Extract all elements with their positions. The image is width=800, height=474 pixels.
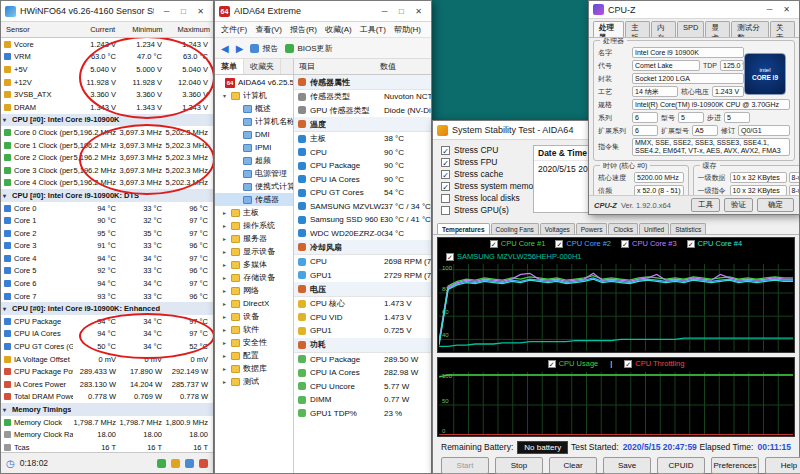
- close-icon[interactable]: ✕: [192, 4, 209, 19]
- hwinfo-sensor-row[interactable]: Core 694 °C34 °C97 °C: [1, 277, 213, 290]
- tab-clocks[interactable]: Clocks: [608, 223, 638, 234]
- logging-icon[interactable]: [157, 459, 166, 468]
- back-icon[interactable]: ◀: [221, 43, 229, 54]
- tree-item-4[interactable]: DMI: [215, 128, 293, 141]
- tree-expander-icon[interactable]: ▸: [223, 378, 231, 385]
- bios-update-button[interactable]: BIOS更新: [285, 43, 332, 54]
- tree-expander-icon[interactable]: ▾: [223, 92, 231, 99]
- sensor-grid-row[interactable]: SAMSUNG MZVLW256HEHP-000H137 °C / 34 °C: [294, 200, 431, 214]
- sensor-grid-row[interactable]: CPU90 °C: [294, 146, 431, 160]
- tab-voltages[interactable]: Voltages: [540, 223, 575, 234]
- sensor-grid-row[interactable]: CPU 核心1.473 V: [294, 297, 431, 311]
- cpuz-tab-4[interactable]: 显卡: [705, 21, 730, 37]
- hwinfo-sensor-row[interactable]: Memory Clock1,798.7 MHz1,798.7 MHz1,800.…: [1, 416, 213, 429]
- sensor-section-header[interactable]: 功耗: [294, 338, 431, 353]
- clear-button[interactable]: Clear: [549, 457, 597, 474]
- stop-button[interactable]: Stop: [495, 457, 543, 474]
- tab-statistics[interactable]: Statistics: [670, 223, 706, 234]
- tree-item-10[interactable]: ▸主板: [215, 206, 293, 219]
- sensor-grid-row[interactable]: GPU12729 RPM (73%): [294, 269, 431, 283]
- sensor-grid-row[interactable]: 主板38 °C: [294, 132, 431, 146]
- menu-item-2[interactable]: 报告(R): [290, 24, 317, 35]
- collapse-arrow-icon[interactable]: ▾: [3, 305, 12, 312]
- tree-item-12[interactable]: ▸服务器: [215, 232, 293, 245]
- tree-expander-icon[interactable]: ▸: [223, 287, 231, 294]
- hwinfo-sensor-row[interactable]: +12V11.928 V11.928 V12.040 V: [1, 76, 213, 89]
- checkbox-icon[interactable]: ✓: [441, 158, 450, 167]
- sensor-grid-row[interactable]: CPU Uncore5.77 W: [294, 380, 431, 394]
- hwinfo-sensor-row[interactable]: Core 3 Clock (perf #4)5,196.2 MHz3,697.3…: [1, 164, 213, 177]
- tree-item-0[interactable]: 64AIDA64 v6.25.5400: [215, 76, 293, 89]
- collapse-arrow-icon[interactable]: ▾: [3, 192, 12, 199]
- cpuz-tab-5[interactable]: 测试分数: [731, 21, 769, 37]
- column-header-maximum[interactable]: Maximum: [166, 25, 213, 34]
- tree-expander-icon[interactable]: ▸: [223, 352, 231, 359]
- tab-powers[interactable]: Powers: [576, 223, 608, 234]
- tree-item-21[interactable]: ▸配置: [215, 349, 293, 362]
- checkbox-icon[interactable]: [441, 206, 450, 215]
- menu-item-3[interactable]: 收藏(A): [325, 24, 352, 35]
- sensor-section-header[interactable]: 冷却风扇: [294, 240, 431, 255]
- checkbox-checked-icon[interactable]: ✓: [446, 253, 454, 261]
- tree-item-23[interactable]: ▸测试: [215, 375, 293, 388]
- hwinfo-sensor-row[interactable]: Core 494 °C34 °C97 °C: [1, 252, 213, 265]
- hwinfo-sensor-row[interactable]: Core 592 °C33 °C96 °C: [1, 265, 213, 278]
- menu-item-5[interactable]: 帮助(H): [394, 24, 421, 35]
- save-button[interactable]: Save: [603, 457, 651, 474]
- tree-item-18[interactable]: ▸设备: [215, 310, 293, 323]
- report-icon[interactable]: [185, 459, 194, 468]
- reset-values-icon[interactable]: [199, 459, 208, 468]
- column-header-item[interactable]: 项目: [294, 61, 380, 72]
- ok-button[interactable]: 确定: [757, 198, 794, 212]
- column-header-minimum[interactable]: Minimum: [118, 25, 165, 34]
- preferences-button[interactable]: Preferences: [711, 457, 759, 474]
- column-header-current[interactable]: Current: [71, 25, 118, 34]
- sensor-grid-row[interactable]: 传感器类型Nuvoton NCT6798D (ISA 290h): [294, 90, 431, 104]
- tree-expander-icon[interactable]: ▸: [223, 365, 231, 372]
- close-icon[interactable]: ✕: [410, 4, 427, 19]
- sensor-grid-row[interactable]: CPU GT Cores54 °C: [294, 186, 431, 200]
- hwinfo-sensor-row[interactable]: 3VSB_ATX3.360 V3.360 V3.360 V: [1, 88, 213, 101]
- legend-item[interactable]: ✓SAMSUNG MZVLW256HEHP-000H1: [446, 252, 581, 261]
- legend-item[interactable]: ✓CPU Core #2: [555, 239, 611, 248]
- hwinfo-sensor-row[interactable]: Memory Clock Ratio18.0018.0018.00: [1, 428, 213, 441]
- hwinfo-sensor-row[interactable]: Core 1 Clock (perf #2)5,196.2 MHz3,697.3…: [1, 139, 213, 152]
- minimize-icon[interactable]: ─: [761, 2, 778, 17]
- sensor-section-header[interactable]: 电压: [294, 282, 431, 297]
- checkbox-icon[interactable]: [441, 194, 450, 203]
- cpuz-window[interactable]: CPU-Z ─✕ 处理器主板内存SPD显卡测试分数关于 处理器 intel CO…: [588, 0, 800, 215]
- sensor-section-header[interactable]: 温度: [294, 117, 431, 132]
- sensor-grid-row[interactable]: CPU IA Cores90 °C: [294, 173, 431, 187]
- sensor-grid-row[interactable]: Samsung SSD 960 EVO 250GB30 °C / 41 °C: [294, 213, 431, 227]
- sensor-grid-row[interactable]: GPU10.725 V: [294, 324, 431, 338]
- sensor-grid-row[interactable]: CPU Package289.50 W: [294, 353, 431, 367]
- tab-cooling-fans[interactable]: Cooling Fans: [491, 223, 539, 234]
- legend-item[interactable]: ✓CPU Throttling: [624, 359, 684, 368]
- cpuz-tab-2[interactable]: 内存: [651, 21, 676, 37]
- checkbox-checked-icon[interactable]: ✓: [555, 240, 563, 248]
- aida64-titlebar[interactable]: 64 AIDA64 Extreme ─□✕: [215, 1, 431, 22]
- tree-item-9[interactable]: 传感器: [215, 193, 293, 206]
- hwinfo-sensor-row[interactable]: CPU IA Cores94 °C34 °C97 °C: [1, 328, 213, 341]
- tree-expander-icon[interactable]: ▸: [223, 209, 231, 216]
- hwinfo-sensor-row[interactable]: DRAM1.343 V1.343 V1.343 V: [1, 101, 213, 114]
- hwinfo-sensor-row[interactable]: VRM63.0 °C47.0 °C63.0 °C: [1, 51, 213, 64]
- tree-expander-icon[interactable]: ▸: [223, 313, 231, 320]
- tree-item-2[interactable]: 概述: [215, 102, 293, 115]
- hwinfo-sensor-row[interactable]: Core 793 °C33 °C96 °C: [1, 290, 213, 303]
- cpuz-tab-0[interactable]: 处理器: [593, 21, 624, 37]
- validate-button[interactable]: 验证: [724, 198, 753, 212]
- tree-item-1[interactable]: ▾计算机: [215, 89, 293, 102]
- hwinfo-sensor-row[interactable]: Total DRAM Power0.778 W0.769 W0.778 W: [1, 391, 213, 404]
- close-icon[interactable]: ✕: [778, 2, 795, 17]
- checkbox-checked-icon[interactable]: ✓: [621, 240, 629, 248]
- tree-expander-icon[interactable]: ▸: [223, 235, 231, 242]
- hwinfo-sensor-row[interactable]: Vcore1.243 V1.234 V1.243 V: [1, 38, 213, 51]
- tab-unified[interactable]: Unified: [639, 223, 669, 234]
- legend-item[interactable]: ✓CPU Core #4: [687, 239, 743, 248]
- column-header-value[interactable]: 数值: [380, 61, 431, 72]
- aida64-window[interactable]: 64 AIDA64 Extreme ─□✕ 文件(F)查看(V)报告(R)收藏(…: [214, 0, 432, 474]
- hwinfo-sensor-row[interactable]: IA Voltage Offset0 mV0 mV0 mV: [1, 353, 213, 366]
- tree-expander-icon[interactable]: ▸: [223, 222, 231, 229]
- checkbox-icon[interactable]: ✓: [441, 182, 450, 191]
